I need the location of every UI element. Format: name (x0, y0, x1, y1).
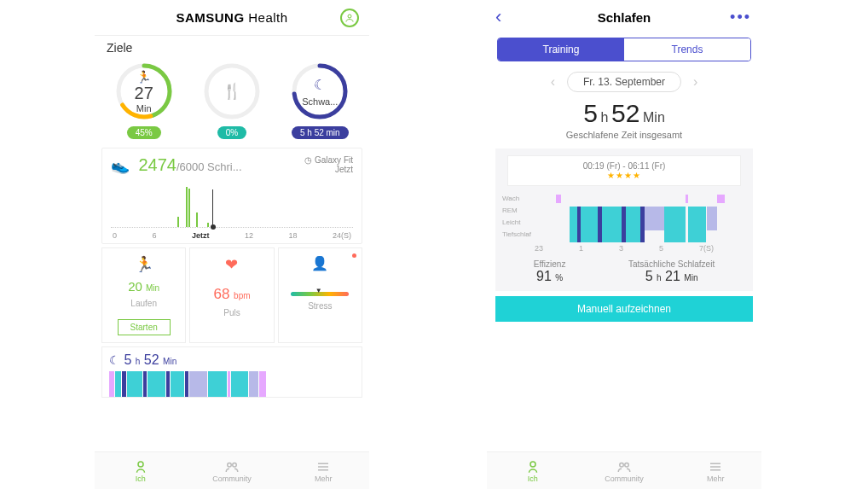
steps-card[interactable]: 👟 2474/6000 Schri... ◷ Galaxy FitJetzt 0… (101, 148, 362, 244)
goal-activity[interactable]: 🏃27Min 45% (106, 61, 182, 139)
goal-food-pill: 0% (217, 126, 246, 139)
moon-icon: ☾ (109, 353, 120, 367)
runner-icon: 🏃 (135, 255, 153, 274)
nav-ich[interactable]: Ich (95, 452, 186, 489)
sleep-mini-chart (109, 371, 355, 397)
manual-record-button[interactable]: Manuell aufzeichnen (495, 296, 753, 322)
shoe-icon: 👟 (111, 157, 130, 174)
home-screen: SAMSUNG Health Ziele 🏃27Min 45% 🍴 0% ☾Sc… (95, 0, 369, 489)
goal-activity-pill: 45% (127, 126, 161, 139)
x-axis-ticks: 231357(S) (502, 242, 746, 253)
app-title: SAMSUNG Health (176, 10, 287, 25)
goal-food[interactable]: 🍴 0% (194, 61, 270, 139)
page-title: Schlafen (598, 10, 651, 25)
tab-training[interactable]: Training (498, 38, 624, 61)
hypnogram-chart (535, 195, 746, 242)
stress-bar: ▼ (291, 292, 349, 296)
nav-community[interactable]: Community (578, 452, 669, 489)
tile-run[interactable]: 🏃 20 Min Laufen Starten (101, 247, 186, 343)
start-button[interactable]: Starten (118, 319, 171, 335)
goals-heading: Ziele (95, 36, 369, 56)
svg-point-14 (620, 463, 624, 467)
nav-mehr[interactable]: Mehr (278, 452, 369, 489)
alert-dot-icon (352, 253, 356, 258)
runner-icon: 🏃 (136, 70, 151, 84)
svg-point-9 (233, 463, 237, 467)
sleep-tooltip: 00:19 (Fr) - 06:11 (Fr) ★★★★ (507, 155, 741, 186)
steps-value: 2474 (138, 155, 176, 174)
svg-point-0 (348, 15, 351, 18)
svg-point-15 (625, 463, 629, 467)
steps-goal: /6000 Schri... (176, 160, 242, 173)
detail-header: ‹ Schlafen ••• (487, 0, 761, 34)
stars-icon: ★★★★ (513, 171, 735, 180)
goal-sleep[interactable]: ☾Schwa... 5 h 52 min (281, 61, 358, 139)
nav-ich[interactable]: Ich (487, 452, 578, 489)
nav-mehr[interactable]: Mehr (670, 452, 761, 489)
app-header: SAMSUNG Health (95, 0, 369, 36)
watch-icon: ◷ (304, 155, 315, 165)
goals-row: 🏃27Min 45% 🍴 0% ☾Schwa... 5 h 52 min (95, 56, 369, 144)
steps-chart: 06Jetzt121824(S) (111, 180, 353, 240)
sleep-detail-screen: ‹ Schlafen ••• Training Trends ‹ Fr. 13.… (487, 0, 761, 489)
svg-point-13 (530, 462, 535, 467)
sleep-chart-card: 00:19 (Fr) - 06:11 (Fr) ★★★★ WachREMLeic… (495, 148, 753, 291)
moon-icon: ☾ (314, 77, 326, 93)
heart-icon: ❤ (225, 255, 238, 274)
profile-icon[interactable] (340, 9, 359, 27)
chevron-right-icon[interactable]: › (693, 74, 697, 90)
stage-labels: WachREMLeichtTiefschlaf (502, 195, 535, 242)
person-icon: 👤 (311, 255, 328, 271)
svg-point-7 (138, 462, 143, 467)
efficiency-row: Effizienz 91 % Tatsächliche Schlafzeit 5… (502, 259, 746, 284)
chevron-left-icon[interactable]: ‹ (551, 74, 555, 90)
goal-sleep-pill: 5 h 52 min (292, 126, 349, 139)
date-selector: ‹ Fr. 13. September › (487, 72, 761, 92)
cutlery-icon: 🍴 (223, 82, 241, 101)
steps-source: ◷ Galaxy FitJetzt (304, 155, 353, 174)
tiles-row: 🏃 20 Min Laufen Starten ❤ 68 bpm Puls 👤 … (101, 247, 362, 343)
sleep-card[interactable]: ☾ 5 h 52 Min (101, 346, 362, 398)
bottom-nav: Ich Community Mehr (487, 451, 761, 489)
more-icon[interactable]: ••• (730, 9, 751, 26)
date-button[interactable]: Fr. 13. September (567, 72, 681, 92)
tab-trends[interactable]: Trends (624, 38, 750, 61)
total-label: Geschlafene Zeit insgesamt (487, 130, 761, 140)
svg-point-8 (228, 463, 232, 467)
bottom-nav: Ich Community Mehr (95, 451, 369, 489)
total-sleep-time: 5 h 52 Min (487, 99, 761, 128)
back-icon[interactable]: ‹ (495, 6, 501, 28)
nav-community[interactable]: Community (186, 452, 277, 489)
tile-stress[interactable]: 👤 ▼ Stress (278, 247, 362, 343)
tab-segment: Training Trends (497, 38, 751, 61)
tile-pulse[interactable]: ❤ 68 bpm Puls (189, 247, 274, 343)
